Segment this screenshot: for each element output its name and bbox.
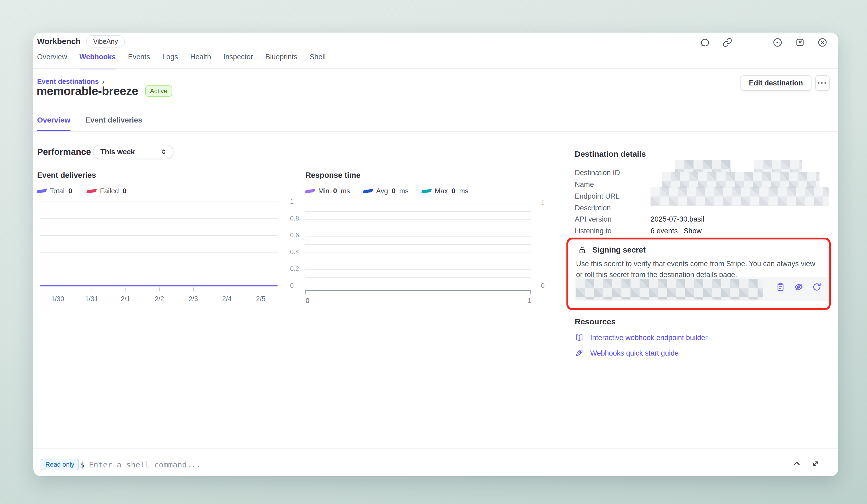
legend-failed: Failed 0	[87, 187, 126, 195]
chevron-updown-icon	[160, 148, 168, 156]
shell-actions	[792, 459, 821, 469]
x-tick-mark	[227, 288, 227, 291]
readonly-badge: Read only	[41, 459, 79, 470]
edit-destination-button[interactable]: Edit destination	[740, 75, 812, 91]
environment-badge[interactable]: VibeAny	[86, 35, 125, 47]
status-badge: Active	[145, 85, 172, 97]
roll-secret-icon[interactable]	[812, 282, 822, 292]
performance-heading: Performance	[37, 147, 91, 157]
gridline	[306, 236, 531, 236]
redacted-signing-secret	[576, 279, 763, 300]
lock-open-icon	[578, 246, 587, 254]
dd-label-destination-id: Destination ID	[575, 169, 620, 177]
resources-heading: Resources	[575, 317, 616, 326]
y-tick: 0	[290, 282, 293, 289]
shell-prompt: $	[80, 460, 84, 469]
redacted-destination-id	[675, 160, 731, 172]
destination-more-button[interactable]: ···	[815, 75, 829, 91]
y-tick: 1	[290, 198, 293, 205]
tab-event-deliveries[interactable]: Event deliveries	[85, 116, 142, 131]
total-swatch	[36, 189, 47, 193]
workbench-nav: Overview Webhooks Events Logs Health Ins…	[37, 53, 326, 69]
gridline	[40, 252, 278, 253]
x-tick-label: 2/2	[155, 295, 164, 303]
avg-swatch	[363, 189, 373, 193]
min-swatch	[304, 189, 315, 193]
x-tick-mark	[126, 288, 126, 291]
window-actions	[700, 37, 827, 47]
y-tick: 0.2	[290, 265, 299, 272]
total-zero-line	[40, 285, 278, 287]
page-title: memorable-breeze	[36, 84, 138, 98]
x-tick-label: 2/4	[222, 295, 232, 303]
y-tick: 1	[541, 199, 545, 207]
x-tick-label: 2/1	[121, 295, 130, 303]
y-tick: 0.6	[290, 232, 299, 239]
nav-tab-shell[interactable]: Shell	[310, 53, 326, 69]
link-webhook-endpoint-builder[interactable]: Interactive webhook endpoint builder	[575, 333, 708, 342]
x-tick-mark	[92, 288, 92, 291]
show-events-link[interactable]: Show	[684, 227, 702, 235]
x-tick-label: 0	[306, 297, 309, 304]
legend-total: Total 0	[37, 187, 72, 195]
x-tick-label: 1	[528, 297, 532, 304]
nav-separator	[33, 68, 838, 68]
book-icon	[575, 333, 584, 342]
response-time-legend: Min 0 ms Avg 0 ms Max 0 ms	[306, 187, 469, 195]
nav-tab-health[interactable]: Health	[190, 53, 211, 69]
gridline	[306, 261, 531, 261]
y-tick: 0.8	[290, 215, 299, 222]
gridline	[306, 244, 531, 245]
copy-link-icon[interactable]	[722, 37, 732, 47]
destination-details-heading: Destination details	[575, 150, 646, 159]
event-deliveries-title: Event deliveries	[37, 171, 96, 180]
event-deliveries-legend: Total 0 Failed 0	[37, 187, 127, 195]
signing-secret-header: Signing secret	[578, 246, 646, 254]
gridline	[306, 286, 531, 286]
close-window-icon[interactable]	[817, 37, 827, 47]
nav-tab-webhooks[interactable]: Webhooks	[79, 53, 116, 69]
fullscreen-shell-icon[interactable]	[811, 459, 821, 469]
gridline	[306, 269, 531, 270]
more-options-icon[interactable]	[772, 37, 783, 47]
x-tick-mark	[58, 288, 58, 291]
feedback-chat-icon[interactable]	[700, 37, 710, 47]
workbench-window: Workbench VibeAny Overview Webhooks Even…	[33, 33, 838, 476]
nav-tab-blueprints[interactable]: Blueprints	[265, 53, 297, 69]
gridline	[306, 219, 531, 220]
page-title-row: memorable-breeze Active	[36, 84, 172, 98]
gridline	[306, 228, 531, 228]
chevron-right-icon: ›	[102, 78, 104, 85]
date-range-select[interactable]: This week	[93, 145, 173, 159]
expand-panel-up-icon[interactable]	[792, 459, 802, 469]
nav-tab-inspector[interactable]: Inspector	[223, 53, 253, 69]
x-tick-label: 2/5	[256, 295, 266, 303]
nav-tab-logs[interactable]: Logs	[162, 53, 178, 69]
tab-overview[interactable]: Overview	[37, 116, 71, 131]
response-time-title: Response time	[306, 171, 360, 180]
nav-tab-overview[interactable]: Overview	[37, 53, 67, 69]
hide-secret-icon[interactable]	[794, 282, 804, 292]
failed-swatch	[86, 189, 97, 193]
shell-command-input[interactable]	[89, 458, 623, 471]
destination-tabs: Overview Event deliveries	[37, 116, 142, 131]
legend-min: Min 0 ms	[306, 187, 350, 195]
minimize-window-icon[interactable]	[795, 37, 805, 47]
copy-secret-icon[interactable]	[775, 282, 785, 292]
gridline	[306, 211, 531, 212]
y-tick: 0.4	[290, 248, 299, 256]
dd-label-description: Description	[575, 204, 611, 212]
x-tick-label: 2/3	[189, 295, 198, 303]
nav-tab-events[interactable]: Events	[128, 53, 150, 69]
x-axis-line	[306, 290, 531, 291]
gridline	[40, 235, 278, 236]
x-tick-mark	[261, 288, 261, 291]
window-title: Workbench	[37, 37, 81, 46]
max-swatch	[421, 189, 432, 193]
event-deliveries-chart: 1 0.8 0.6 0.4 0.2 0 1/30 1/31 2/1 2/2 2/…	[40, 202, 278, 287]
dd-label-api-version: API version	[575, 215, 612, 223]
x-tick-mark	[159, 288, 160, 291]
response-time-chart: 1 0 0 1	[306, 203, 531, 288]
link-webhooks-quick-start[interactable]: Webhooks quick start guide	[575, 348, 678, 358]
dd-value-api-version: 2025-07-30.basil	[651, 215, 704, 223]
